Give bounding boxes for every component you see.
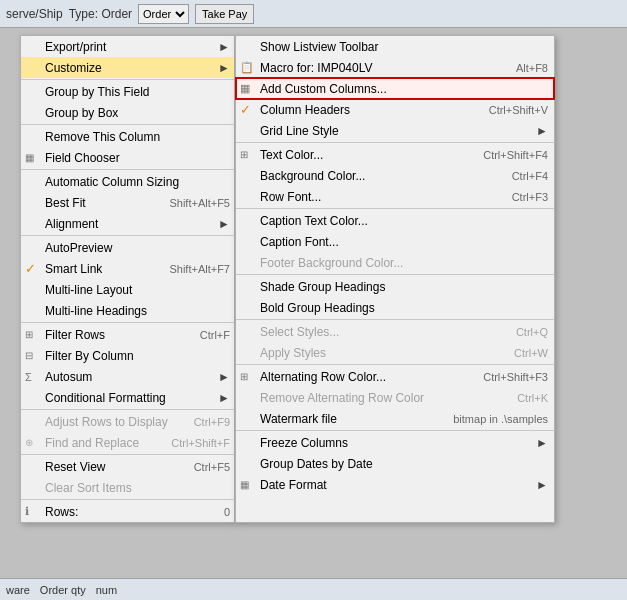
smart-link-check-icon: ✓ xyxy=(25,261,36,276)
reset-view-shortcut: Ctrl+F5 xyxy=(194,461,230,473)
footer-bg-color-label: Footer Background Color... xyxy=(260,256,403,270)
menu-item-multiline-layout[interactable]: Multi-line Layout xyxy=(21,279,234,300)
menu-item-smart-link[interactable]: ✓ Smart Link Shift+Alt+F7 xyxy=(21,258,234,279)
menu-item-clear-sort[interactable]: Clear Sort Items xyxy=(21,477,234,498)
menu-item-caption-font[interactable]: Caption Font... xyxy=(236,231,554,252)
take-pay-button[interactable]: Take Pay xyxy=(195,4,254,24)
date-format-label: Date Format xyxy=(260,478,536,492)
smart-link-label: Smart Link xyxy=(45,262,169,276)
menu-item-show-toolbar[interactable]: Show Listview Toolbar xyxy=(236,36,554,57)
menu-item-col-headers[interactable]: ✓ Column Headers Ctrl+Shift+V xyxy=(236,99,554,120)
group-dates-label: Group Dates by Date xyxy=(260,457,373,471)
menu-item-bg-color[interactable]: Background Color... Ctrl+F4 xyxy=(236,165,554,186)
text-color-icon: ⊞ xyxy=(240,149,248,160)
menu-item-select-styles[interactable]: Select Styles... Ctrl+Q xyxy=(236,321,554,342)
caption-font-label: Caption Font... xyxy=(260,235,339,249)
caption-text-color-label: Caption Text Color... xyxy=(260,214,368,228)
rows-info-icon: ℹ xyxy=(25,505,29,518)
menu-item-alt-row-color[interactable]: ⊞ Alternating Row Color... Ctrl+Shift+F3 xyxy=(236,366,554,387)
menu-item-best-fit[interactable]: Best Fit Shift+Alt+F5 xyxy=(21,192,234,213)
menu-item-row-font[interactable]: Row Font... Ctrl+F3 xyxy=(236,186,554,207)
menu-item-customize[interactable]: Customize ► xyxy=(21,57,234,78)
reset-view-label: Reset View xyxy=(45,460,194,474)
menu-item-export-print[interactable]: Export/print ► xyxy=(21,36,234,57)
header-serve-ship: serve/Ship xyxy=(6,7,63,21)
multiline-headings-label: Multi-line Headings xyxy=(45,304,147,318)
menu-item-alignment[interactable]: Alignment ► xyxy=(21,213,234,234)
apply-styles-shortcut: Ctrl+W xyxy=(514,347,548,359)
freeze-cols-arrow: ► xyxy=(536,436,548,450)
macro-icon: 📋 xyxy=(240,61,254,74)
field-chooser-icon: ▦ xyxy=(25,152,34,163)
menu-item-group-field[interactable]: Group by This Field xyxy=(21,81,234,102)
grid-line-arrow: ► xyxy=(536,124,548,138)
menu-item-remove-alt-row[interactable]: Remove Alternating Row Color Ctrl+K xyxy=(236,387,554,408)
row-font-shortcut: Ctrl+F3 xyxy=(512,191,548,203)
grid-line-label: Grid Line Style xyxy=(260,124,536,138)
bottom-ware: ware xyxy=(6,584,30,596)
menu-container: Export/print ► Customize ► Group by This… xyxy=(20,35,555,523)
autopreview-label: AutoPreview xyxy=(45,241,112,255)
autosum-arrow: ► xyxy=(218,370,230,384)
menu-item-date-format[interactable]: ▦ Date Format ► xyxy=(236,474,554,495)
menu-item-grid-line[interactable]: Grid Line Style ► xyxy=(236,120,554,141)
freeze-cols-label: Freeze Columns xyxy=(260,436,536,450)
customize-label: Customize xyxy=(45,61,218,75)
export-print-label: Export/print xyxy=(45,40,218,54)
menu-item-shade-group[interactable]: Shade Group Headings xyxy=(236,276,554,297)
menu-item-field-chooser[interactable]: ▦ Field Chooser xyxy=(21,147,234,168)
shade-group-label: Shade Group Headings xyxy=(260,280,385,294)
find-replace-label: Find and Replace xyxy=(45,436,171,450)
macro-label: Macro for: IMP040LV xyxy=(260,61,516,75)
watermark-value: bitmap in .\samples xyxy=(453,413,548,425)
alignment-arrow: ► xyxy=(218,217,230,231)
alt-row-color-shortcut: Ctrl+Shift+F3 xyxy=(483,371,548,383)
menu-item-bold-group[interactable]: Bold Group Headings xyxy=(236,297,554,318)
menu-item-apply-styles[interactable]: Apply Styles Ctrl+W xyxy=(236,342,554,363)
add-custom-cols-icon: ▦ xyxy=(240,82,250,95)
menu-item-find-replace[interactable]: ⊕ Find and Replace Ctrl+Shift+F xyxy=(21,432,234,453)
filter-rows-icon: ⊞ xyxy=(25,329,33,340)
menu-item-caption-text-color[interactable]: Caption Text Color... xyxy=(236,210,554,231)
remove-col-label: Remove This Column xyxy=(45,130,160,144)
multiline-layout-label: Multi-line Layout xyxy=(45,283,132,297)
menu-item-group-box[interactable]: Group by Box xyxy=(21,102,234,123)
menu-item-remove-col[interactable]: Remove This Column xyxy=(21,126,234,147)
best-fit-label: Best Fit xyxy=(45,196,169,210)
alt-row-color-label: Alternating Row Color... xyxy=(260,370,483,384)
adjust-rows-label: Adjust Rows to Display xyxy=(45,415,194,429)
type-select[interactable]: Order xyxy=(138,4,189,24)
menu-item-cond-format[interactable]: Conditional Formatting ► xyxy=(21,387,234,408)
col-headers-label: Column Headers xyxy=(260,103,489,117)
menu-item-text-color[interactable]: ⊞ Text Color... Ctrl+Shift+F4 xyxy=(236,144,554,165)
menu-item-add-custom-cols[interactable]: ▦ Add Custom Columns... xyxy=(236,78,554,99)
bg-color-shortcut: Ctrl+F4 xyxy=(512,170,548,182)
menu-item-freeze-cols[interactable]: Freeze Columns ► xyxy=(236,432,554,453)
menu-item-footer-bg-color[interactable]: Footer Background Color... xyxy=(236,252,554,273)
remove-alt-row-label: Remove Alternating Row Color xyxy=(260,391,517,405)
menu-item-auto-col[interactable]: Automatic Column Sizing xyxy=(21,171,234,192)
auto-col-label: Automatic Column Sizing xyxy=(45,175,179,189)
header-type-label: Type: Order xyxy=(69,7,132,21)
find-replace-shortcut: Ctrl+Shift+F xyxy=(171,437,230,449)
menu-item-autopreview[interactable]: AutoPreview xyxy=(21,237,234,258)
menu-item-watermark[interactable]: Watermark file bitmap in .\samples xyxy=(236,408,554,429)
menu-item-multiline-headings[interactable]: Multi-line Headings xyxy=(21,300,234,321)
smart-link-shortcut: Shift+Alt+F7 xyxy=(169,263,230,275)
menu-item-adjust-rows[interactable]: Adjust Rows to Display Ctrl+F9 xyxy=(21,411,234,432)
col-headers-shortcut: Ctrl+Shift+V xyxy=(489,104,548,116)
field-chooser-label: Field Chooser xyxy=(45,151,120,165)
menu-item-autosum[interactable]: Σ Autosum ► xyxy=(21,366,234,387)
filter-col-label: Filter By Column xyxy=(45,349,134,363)
menu-item-group-dates[interactable]: Group Dates by Date xyxy=(236,453,554,474)
menu-item-reset-view[interactable]: Reset View Ctrl+F5 xyxy=(21,456,234,477)
select-styles-label: Select Styles... xyxy=(260,325,516,339)
add-custom-cols-label: Add Custom Columns... xyxy=(260,82,548,96)
menu-item-filter-rows[interactable]: ⊞ Filter Rows Ctrl+F xyxy=(21,324,234,345)
menu-item-filter-col[interactable]: ⊟ Filter By Column xyxy=(21,345,234,366)
menu-item-macro[interactable]: 📋 Macro for: IMP040LV Alt+F8 xyxy=(236,57,554,78)
row-font-label: Row Font... xyxy=(260,190,512,204)
adjust-rows-shortcut: Ctrl+F9 xyxy=(194,416,230,428)
macro-shortcut: Alt+F8 xyxy=(516,62,548,74)
show-toolbar-label: Show Listview Toolbar xyxy=(260,40,548,54)
